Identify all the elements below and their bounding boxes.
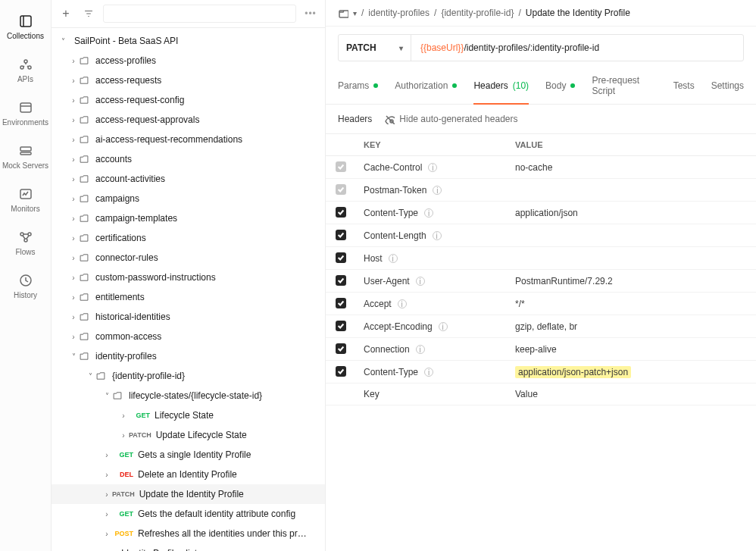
rail-monitors[interactable]: Monitors — [0, 179, 51, 222]
header-key-placeholder[interactable]: Key — [356, 384, 508, 405]
header-row[interactable]: Content-Lengthi — [326, 224, 756, 247]
header-key[interactable]: Postman-Tokeni — [356, 179, 508, 202]
folder-item[interactable]: ›accounts — [52, 149, 325, 169]
header-key[interactable]: Content-Typei — [356, 202, 508, 224]
breadcrumb-item[interactable]: {identity-profile-id} — [441, 8, 514, 18]
folder-item[interactable]: ›access-requests — [52, 70, 325, 90]
row-checkbox[interactable] — [336, 207, 346, 218]
header-key[interactable]: User-Agenti — [356, 270, 508, 293]
folder-item[interactable]: ›historical-identities — [52, 307, 325, 327]
header-value[interactable]: application/json — [508, 202, 756, 224]
header-key[interactable]: Cache-Controli — [356, 156, 508, 179]
header-key[interactable]: Content-Lengthi — [356, 224, 508, 247]
more-options-button[interactable]: ••• — [302, 8, 319, 19]
row-checkbox[interactable] — [336, 230, 346, 240]
rail-flows[interactable]: Flows — [0, 222, 51, 265]
tab-pre-request-script[interactable]: Pre-request Script — [592, 75, 656, 104]
row-checkbox[interactable] — [336, 298, 346, 308]
header-row[interactable]: Accepti */* — [326, 293, 756, 315]
rail-mock-servers[interactable]: Mock Servers — [0, 136, 51, 179]
http-method-dropdown[interactable]: PATCH ▾ — [339, 35, 411, 61]
info-icon[interactable]: i — [424, 368, 433, 377]
folder-item[interactable]: ›connector-rules — [52, 248, 325, 268]
info-icon[interactable]: i — [433, 231, 442, 240]
folder-item[interactable]: ›access-request-config — [52, 90, 325, 110]
header-row-placeholder[interactable]: Key Value — [326, 384, 756, 405]
url-input[interactable]: {{baseUrl}}/identity-profiles/:identity-… — [411, 42, 743, 53]
folder-item[interactable]: ›custom-password-instructions — [52, 268, 325, 287]
folder-item[interactable]: ˅lifecycle-states/{lifecycle-state-id} — [52, 386, 325, 405]
header-key[interactable]: Hosti — [356, 247, 508, 270]
header-value[interactable] — [508, 224, 756, 247]
folder-item[interactable]: ›account-activities — [52, 169, 325, 189]
info-icon[interactable]: i — [433, 186, 442, 195]
tab-body[interactable]: Body — [545, 75, 575, 104]
header-value[interactable]: keep-alive — [508, 338, 756, 361]
request-item[interactable]: ›POSTRefreshes all the identities under … — [52, 524, 325, 543]
request-item[interactable]: ›GETGets the default identity attribute … — [52, 504, 325, 524]
rail-collections[interactable]: Collections — [0, 6, 51, 49]
folder-item[interactable]: ›access-request-approvals — [52, 110, 325, 130]
header-row[interactable]: Cache-Controli no-cache — [326, 156, 756, 179]
info-icon[interactable]: i — [416, 345, 425, 354]
header-row[interactable]: Accept-Encodingi gzip, deflate, br — [326, 315, 756, 338]
header-key[interactable]: Accept-Encodingi — [356, 315, 508, 338]
tab-headers[interactable]: Headers (10) — [473, 75, 529, 105]
info-icon[interactable]: i — [416, 277, 425, 286]
info-icon[interactable]: i — [428, 163, 437, 172]
request-item[interactable]: ›GETGets a single Identity Profile — [52, 445, 325, 465]
info-icon[interactable]: i — [424, 208, 433, 218]
header-value-placeholder[interactable]: Value — [508, 384, 756, 405]
hide-auto-headers-toggle[interactable]: Hide auto-generated headers — [384, 114, 517, 124]
folder-item[interactable]: ›certifications — [52, 228, 325, 248]
info-icon[interactable]: i — [439, 322, 448, 331]
collection-root[interactable]: ˅SailPoint - Beta SaaS API — [52, 31, 325, 51]
header-key[interactable]: Connectioni — [356, 338, 508, 361]
row-checkbox[interactable] — [336, 343, 346, 354]
folder-item[interactable]: ˅{identity-profile-id} — [52, 366, 325, 386]
header-row[interactable]: Hosti — [326, 247, 756, 270]
folder-item[interactable]: ›ai-access-request-recommendations — [52, 130, 325, 149]
breadcrumb-item[interactable]: identity-profiles — [368, 8, 430, 18]
header-value[interactable]: no-cache — [508, 156, 756, 179]
header-key[interactable]: Accepti — [356, 293, 508, 315]
row-checkbox[interactable] — [336, 161, 346, 172]
header-value[interactable]: */* — [508, 293, 756, 315]
row-checkbox[interactable] — [336, 184, 346, 195]
header-value[interactable]: gzip, deflate, br — [508, 315, 756, 338]
row-checkbox[interactable] — [336, 366, 346, 377]
row-checkbox[interactable] — [336, 252, 346, 263]
tab-tests[interactable]: Tests — [673, 75, 695, 104]
tab-params[interactable]: Params — [338, 75, 378, 104]
header-value[interactable] — [508, 179, 756, 202]
folder-item[interactable]: ›campaign-templates — [52, 208, 325, 228]
row-checkbox[interactable] — [336, 275, 346, 286]
request-item[interactable]: ›GETLifecycle State — [52, 405, 325, 425]
new-button[interactable]: + — [58, 5, 74, 22]
info-icon[interactable]: i — [398, 299, 407, 308]
rail-apis[interactable]: APIs — [0, 49, 51, 92]
request-item[interactable]: ›GETIdentity Profiles list — [52, 543, 325, 551]
header-value[interactable]: application/json-patch+json — [508, 361, 756, 384]
chevron-down-icon[interactable]: ▾ — [353, 9, 357, 17]
header-row[interactable]: Postman-Tokeni — [326, 179, 756, 202]
tab-authorization[interactable]: Authorization — [395, 75, 457, 104]
tab-settings[interactable]: Settings — [711, 75, 744, 104]
request-item[interactable]: ›DELDelete an Identity Profile — [52, 465, 325, 484]
header-row[interactable]: Content-Typei application/json — [326, 202, 756, 224]
header-key[interactable]: Content-Typei — [356, 361, 508, 384]
folder-item[interactable]: ›campaigns — [52, 189, 325, 208]
row-checkbox[interactable] — [336, 321, 346, 331]
rail-history[interactable]: History — [0, 265, 51, 308]
header-value[interactable] — [508, 247, 756, 270]
header-row[interactable]: Content-Typei application/json-patch+jso… — [326, 361, 756, 384]
filter-button[interactable] — [80, 5, 97, 22]
folder-item[interactable]: ›access-profiles — [52, 51, 325, 70]
header-row[interactable]: User-Agenti PostmanRuntime/7.29.2 — [326, 270, 756, 293]
rail-environments[interactable]: Environments — [0, 92, 51, 136]
folder-item[interactable]: ›entitlements — [52, 287, 325, 307]
search-input[interactable] — [103, 5, 296, 23]
folder-item[interactable]: ›common-access — [52, 327, 325, 346]
request-item[interactable]: ›PATCHUpdate the Identity Profile — [52, 484, 325, 504]
info-icon[interactable]: i — [389, 254, 398, 263]
